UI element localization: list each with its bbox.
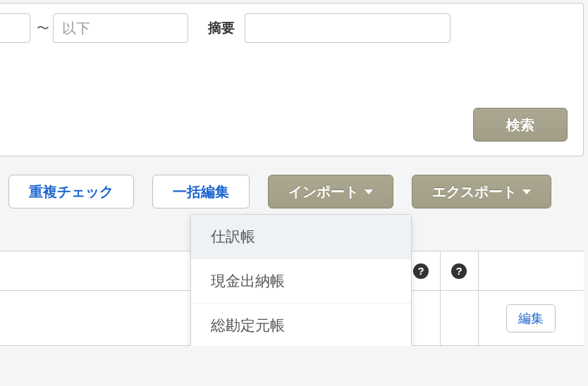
help-icon[interactable]: ? (413, 263, 429, 279)
help-icon[interactable]: ? (451, 263, 467, 279)
filter-panel: 〜 摘要 検索 (0, 3, 584, 156)
chevron-down-icon (365, 189, 373, 194)
bulk-edit-button[interactable]: 一括編集 (152, 175, 250, 208)
table-header-help2: ? (440, 251, 478, 291)
import-dropdown: 仕訳帳 現金出納帳 総勘定元帳 補助元帳 (190, 214, 412, 346)
summary-input[interactable] (245, 13, 451, 43)
dropdown-item-journal[interactable]: 仕訳帳 (191, 215, 411, 259)
search-button[interactable]: 検索 (473, 108, 568, 142)
range-separator: 〜 (37, 20, 49, 37)
search-row: 検索 (0, 108, 568, 142)
edit-button[interactable]: 編集 (506, 304, 556, 332)
dup-check-button[interactable]: 重複チェック (8, 175, 134, 208)
import-label: インポート (288, 182, 359, 201)
toolbar: 重複チェック 一括編集 インポート エクスポート 仕訳帳 現金出納帳 総勘定元帳… (8, 175, 582, 208)
dropdown-item-cashbook[interactable]: 現金出納帳 (191, 259, 411, 304)
chevron-down-icon (522, 189, 531, 194)
import-button[interactable]: インポート (268, 175, 393, 208)
filter-row: 〜 摘要 (0, 13, 570, 43)
export-label: エクスポート (432, 182, 517, 201)
table-cell-actions: 編集 (478, 291, 584, 346)
range-lower-input[interactable] (0, 13, 30, 43)
table-cell-info2 (440, 291, 478, 346)
table-header-actions (478, 251, 584, 291)
summary-label: 摘要 (208, 19, 235, 37)
dropdown-item-general-ledger[interactable]: 総勘定元帳 (191, 304, 411, 346)
range-upper-input[interactable] (53, 13, 188, 43)
export-button[interactable]: エクスポート (412, 175, 551, 208)
